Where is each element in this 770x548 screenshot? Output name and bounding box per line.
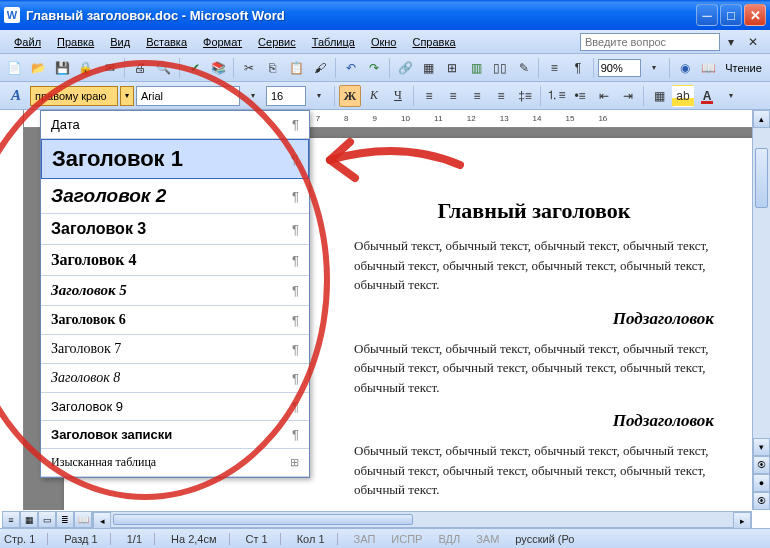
- scroll-down-button[interactable]: ▾: [753, 438, 770, 456]
- reading-label[interactable]: Чтение: [721, 62, 766, 74]
- zoom-combo[interactable]: 90%: [598, 59, 641, 77]
- doc-map-icon[interactable]: ≡: [543, 57, 565, 79]
- permission-icon[interactable]: 🔒: [75, 57, 97, 79]
- style-option[interactable]: Заголовок 6¶: [41, 306, 309, 335]
- style-option-label: Заголовок записки: [51, 427, 172, 442]
- new-doc-icon[interactable]: 📄: [4, 57, 26, 79]
- style-dropdown-button[interactable]: ▾: [120, 86, 134, 106]
- bullets-icon[interactable]: •≡: [569, 85, 591, 107]
- size-dropdown-icon[interactable]: ▾: [308, 85, 330, 107]
- vertical-scrollbar[interactable]: ▴ ▾ ⦿ ● ⦿: [752, 110, 770, 510]
- menu-insert[interactable]: Вставка: [138, 34, 195, 50]
- bold-button[interactable]: Ж: [339, 85, 361, 107]
- normal-view-icon[interactable]: ≡: [2, 511, 20, 528]
- show-marks-icon[interactable]: ¶: [567, 57, 589, 79]
- style-option[interactable]: Заголовок 2¶: [41, 179, 309, 214]
- zoom-dropdown-icon[interactable]: ▾: [643, 57, 665, 79]
- tables-borders-icon[interactable]: ▦: [418, 57, 440, 79]
- status-col: Кол 1: [297, 533, 338, 545]
- styles-pane-icon[interactable]: A: [4, 85, 28, 107]
- spellcheck-icon[interactable]: ✔: [184, 57, 206, 79]
- font-combo[interactable]: Arial: [136, 86, 240, 106]
- cut-icon[interactable]: ✂: [238, 57, 260, 79]
- menu-format[interactable]: Формат: [195, 34, 250, 50]
- menu-window[interactable]: Окно: [363, 34, 405, 50]
- help-icon[interactable]: ◉: [674, 57, 696, 79]
- copy-icon[interactable]: ⎘: [262, 57, 284, 79]
- font-dropdown-icon[interactable]: ▾: [242, 85, 264, 107]
- style-option[interactable]: Заголовок 8¶: [41, 364, 309, 393]
- scroll-up-button[interactable]: ▴: [753, 110, 770, 128]
- style-combo[interactable]: правому краю: [30, 86, 118, 106]
- reading-layout-icon[interactable]: 📖: [697, 57, 719, 79]
- print-view-icon[interactable]: ▭: [38, 511, 56, 528]
- toolbar-options-icon[interactable]: ▾: [720, 85, 742, 107]
- decrease-indent-icon[interactable]: ⇤: [593, 85, 615, 107]
- font-color-icon[interactable]: A: [696, 85, 718, 107]
- underline-button[interactable]: Ч: [387, 85, 409, 107]
- browse-prev-button[interactable]: ⦿: [753, 456, 770, 474]
- align-center-icon[interactable]: ≡: [442, 85, 464, 107]
- menu-help[interactable]: Справка: [404, 34, 463, 50]
- close-button[interactable]: ✕: [744, 4, 766, 26]
- style-option[interactable]: Заголовок 5¶: [41, 276, 309, 306]
- maximize-button[interactable]: □: [720, 4, 742, 26]
- align-right-icon[interactable]: ≡: [466, 85, 488, 107]
- paragraph-marker-icon: ¶: [292, 253, 299, 268]
- doc-close-button[interactable]: ✕: [742, 31, 764, 53]
- menu-table[interactable]: Таблица: [304, 34, 363, 50]
- numbering-icon[interactable]: ⒈≡: [545, 85, 567, 107]
- justify-icon[interactable]: ≡: [490, 85, 512, 107]
- print-icon[interactable]: 🖨: [129, 57, 151, 79]
- style-option[interactable]: Заголовок 7¶: [41, 335, 309, 364]
- print-preview-icon[interactable]: 🔍: [153, 57, 175, 79]
- reading-view-icon[interactable]: 📖: [74, 511, 92, 528]
- format-painter-icon[interactable]: 🖌: [309, 57, 331, 79]
- undo-icon[interactable]: ↶: [340, 57, 362, 79]
- status-lang: русский (Ро: [515, 533, 574, 545]
- style-dropdown-list[interactable]: Дата¶Заголовок 1¶Заголовок 2¶Заголовок 3…: [40, 110, 310, 478]
- drawing-icon[interactable]: ✎: [513, 57, 535, 79]
- excel-icon[interactable]: ▥: [465, 57, 487, 79]
- align-left-icon[interactable]: ≡: [418, 85, 440, 107]
- save-icon[interactable]: 💾: [51, 57, 73, 79]
- style-option[interactable]: Заголовок 1¶: [41, 139, 309, 179]
- line-spacing-icon[interactable]: ‡≡: [514, 85, 536, 107]
- font-size-combo[interactable]: 16: [266, 86, 306, 106]
- browse-next-button[interactable]: ⦿: [753, 492, 770, 510]
- increase-indent-icon[interactable]: ⇥: [617, 85, 639, 107]
- style-option[interactable]: Заголовок 4¶: [41, 245, 309, 276]
- select-browse-button[interactable]: ●: [753, 474, 770, 492]
- style-option[interactable]: Дата¶: [41, 111, 309, 139]
- style-option-label: Заголовок 2: [51, 185, 166, 207]
- window-title: Главный заголовок.doc - Microsoft Word: [26, 8, 696, 23]
- scroll-thumb[interactable]: [755, 148, 768, 208]
- web-view-icon[interactable]: ▦: [20, 511, 38, 528]
- horizontal-scrollbar[interactable]: ◂ ▸: [92, 511, 752, 528]
- style-option[interactable]: Заголовок записки¶: [41, 421, 309, 449]
- hscroll-thumb[interactable]: [113, 514, 413, 525]
- insert-table-icon[interactable]: ⊞: [442, 57, 464, 79]
- menu-file[interactable]: Файл: [6, 34, 49, 50]
- menu-edit[interactable]: Правка: [49, 34, 102, 50]
- email-icon[interactable]: ✉: [99, 57, 121, 79]
- style-option[interactable]: Изысканная таблица⊞: [41, 449, 309, 477]
- research-icon[interactable]: 📚: [207, 57, 229, 79]
- paste-icon[interactable]: 📋: [286, 57, 308, 79]
- menu-view[interactable]: Вид: [102, 34, 138, 50]
- columns-icon[interactable]: ▯▯: [489, 57, 511, 79]
- style-option[interactable]: Заголовок 9¶: [41, 393, 309, 421]
- style-option[interactable]: Заголовок 3¶: [41, 214, 309, 245]
- minimize-button[interactable]: ─: [696, 4, 718, 26]
- menu-tools[interactable]: Сервис: [250, 34, 304, 50]
- italic-button[interactable]: К: [363, 85, 385, 107]
- help-question-input[interactable]: [580, 33, 720, 51]
- borders-icon[interactable]: ▦: [648, 85, 670, 107]
- word-app-icon: W: [4, 7, 20, 23]
- redo-icon[interactable]: ↷: [364, 57, 386, 79]
- highlight-icon[interactable]: ab: [672, 85, 694, 107]
- menu-dropdown-icon[interactable]: ▾: [720, 31, 742, 53]
- open-icon[interactable]: 📂: [28, 57, 50, 79]
- hyperlink-icon[interactable]: 🔗: [394, 57, 416, 79]
- outline-view-icon[interactable]: ≣: [56, 511, 74, 528]
